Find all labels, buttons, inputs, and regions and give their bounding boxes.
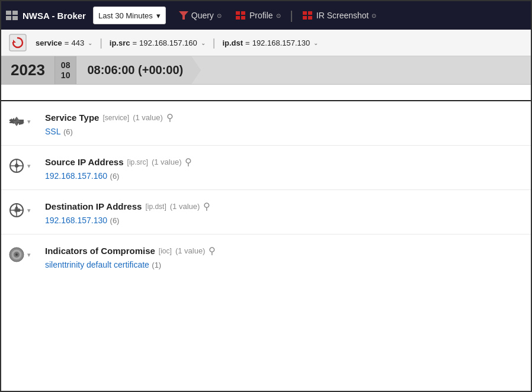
field-row-ioc: ▾ Indicators of Compromise [ioc] (1 valu… — [1, 234, 531, 278]
svg-rect-12 — [308, 16, 312, 20]
query-nav-item[interactable]: Query ⊙ — [173, 8, 227, 23]
field-value-count-2: (6) — [110, 172, 120, 181]
filter-bar: service = 443 ⌄ | ip.src = 192.168.157.1… — [1, 30, 531, 56]
filter-2-key: ip.src — [110, 38, 130, 47]
svg-point-40 — [15, 253, 18, 256]
profile-icon — [236, 11, 246, 20]
field-key-1: [service] — [102, 114, 129, 122]
time-dropdown-label: Last 30 Minutes — [98, 11, 153, 20]
field-search-icon-2[interactable]: ⚲ — [185, 156, 192, 168]
refresh-icon[interactable] — [8, 33, 27, 52]
ir-screenshot-label: IR Screenshot — [316, 11, 369, 20]
filter-1-chevron[interactable]: ⌄ — [88, 40, 92, 46]
field-row-src-ip: ▾ Source IP Address [ip.src] (1 value) ⚲… — [1, 146, 531, 190]
field-value-row-3: 192.168.157.130 (6) — [45, 215, 521, 226]
brand-icon — [6, 11, 19, 20]
field-value-row-4: silenttrinity default certificate (1) — [45, 259, 521, 270]
field-title-row-3: Destination IP Address [ip.dst] (1 value… — [45, 201, 521, 212]
field-search-icon-1[interactable]: ⚲ — [166, 112, 174, 123]
field-value-count-3: (6) — [110, 216, 120, 225]
field-row-service-type: ▾ Service Type [service] (1 value) ⚲ SSL… — [1, 101, 531, 146]
dst-ip-icon — [8, 202, 25, 219]
svg-rect-6 — [241, 11, 245, 15]
filter-chip-2[interactable]: ip.src = 192.168.157.160 ⌄ — [110, 37, 206, 49]
field-content-4: Indicators of Compromise [ioc] (1 value)… — [45, 245, 521, 270]
query-label: Query — [191, 11, 214, 20]
ir-screenshot-icon — [303, 11, 313, 20]
field-label-3: Destination IP Address — [45, 201, 142, 211]
time-dropdown[interactable]: Last 30 Minutes ▾ — [93, 7, 166, 24]
filter-3-value: 192.168.157.130 — [252, 38, 310, 47]
field-3-chevron[interactable]: ▾ — [27, 207, 31, 214]
ir-screenshot-nav-item[interactable]: IR Screenshot ⊙ — [297, 8, 383, 23]
field-label-4: Indicators of Compromise — [45, 246, 155, 256]
field-search-icon-4[interactable]: ⚲ — [209, 245, 216, 256]
field-value-4[interactable]: silenttrinity default certificate — [45, 260, 149, 269]
svg-rect-1 — [12, 11, 18, 15]
field-row-dst-ip: ▾ Destination IP Address [ip.dst] (1 val… — [1, 190, 531, 234]
spacer — [1, 85, 531, 101]
filter-icon — [179, 11, 188, 20]
fields-container: ▾ Service Type [service] (1 value) ⚲ SSL… — [1, 101, 531, 278]
field-icon-area-1: ▾ — [8, 113, 40, 130]
field-label-1: Service Type — [45, 113, 99, 123]
field-1-chevron[interactable]: ▾ — [27, 118, 31, 126]
field-4-chevron[interactable]: ▾ — [27, 251, 31, 259]
svg-marker-4 — [179, 11, 188, 20]
filter-chip-3[interactable]: ip.dst = 192.168.157.130 ⌄ — [222, 37, 318, 49]
field-label-2: Source IP Address — [45, 157, 124, 167]
filter-3-key: ip.dst — [222, 38, 243, 47]
src-ip-icon — [8, 158, 25, 174]
timeline-year: 2023 — [1, 56, 55, 84]
filter-2-value: 192.168.157.160 — [139, 38, 197, 47]
query-chevron: ⊙ — [217, 12, 222, 19]
field-title-row-4: Indicators of Compromise [ioc] (1 value)… — [45, 245, 521, 256]
field-key-3: [ip.dst] — [145, 203, 166, 211]
brand-logo: NWSA - Broker — [6, 11, 91, 21]
field-2-chevron[interactable]: ▾ — [27, 162, 31, 170]
svg-rect-8 — [241, 16, 245, 20]
svg-rect-3 — [12, 16, 18, 20]
field-title-row-2: Source IP Address [ip.src] (1 value) ⚲ — [45, 156, 521, 168]
field-value-2[interactable]: 192.168.157.160 — [45, 171, 107, 181]
profile-nav-item[interactable]: Profile ⊙ — [230, 8, 287, 23]
service-type-icon — [8, 113, 25, 130]
field-value-3[interactable]: 192.168.157.130 — [45, 216, 107, 225]
svg-rect-10 — [308, 11, 312, 15]
field-title-row-1: Service Type [service] (1 value) ⚲ — [45, 112, 521, 123]
field-icon-area-3: ▾ — [8, 202, 40, 219]
field-search-icon-3[interactable]: ⚲ — [203, 201, 210, 212]
filter-1-key: service — [36, 38, 62, 47]
filter-3-chevron[interactable]: ⌄ — [313, 40, 318, 46]
field-icon-area-4: ▾ — [8, 246, 40, 263]
field-content-3: Destination IP Address [ip.dst] (1 value… — [45, 201, 521, 226]
profile-chevron: ⊙ — [276, 12, 281, 19]
field-value-row-2: 192.168.157.160 (6) — [45, 171, 521, 181]
field-count-2: (1 value) — [152, 158, 182, 166]
brand-label: NWSA - Broker — [23, 11, 86, 21]
field-value-row-1: SSL (6) — [45, 126, 521, 137]
timeline-month: 08 10 — [55, 56, 77, 84]
field-value-count-4: (1) — [152, 261, 161, 269]
filter-chip-1[interactable]: service = 443 ⌄ — [36, 37, 92, 49]
time-dropdown-chevron: ▾ — [156, 11, 161, 20]
svg-rect-13 — [9, 34, 26, 51]
filter-pipe-1: | — [100, 37, 102, 49]
nav-pipe-1: | — [290, 9, 293, 23]
profile-label: Profile — [249, 11, 273, 20]
filter-pipe-2: | — [213, 37, 216, 49]
field-key-4: [ioc] — [159, 247, 172, 255]
svg-rect-0 — [6, 11, 11, 15]
svg-marker-29 — [17, 164, 20, 168]
timeline-bar: 2023 08 10 08:06:00 (+00:00) — [1, 56, 531, 85]
field-content-2: Source IP Address [ip.src] (1 value) ⚲ 1… — [45, 156, 521, 181]
top-nav: NWSA - Broker Last 30 Minutes ▾ Query ⊙ … — [1, 1, 531, 30]
svg-rect-2 — [6, 16, 11, 20]
timeline-datetime: 08:06:00 (+00:00) — [76, 56, 201, 84]
filter-2-chevron[interactable]: ⌄ — [201, 40, 206, 46]
filter-1-value: 443 — [71, 38, 84, 47]
ioc-icon — [8, 246, 25, 263]
field-value-1[interactable]: SSL — [45, 127, 60, 136]
svg-rect-5 — [236, 11, 240, 15]
svg-rect-9 — [303, 11, 307, 15]
